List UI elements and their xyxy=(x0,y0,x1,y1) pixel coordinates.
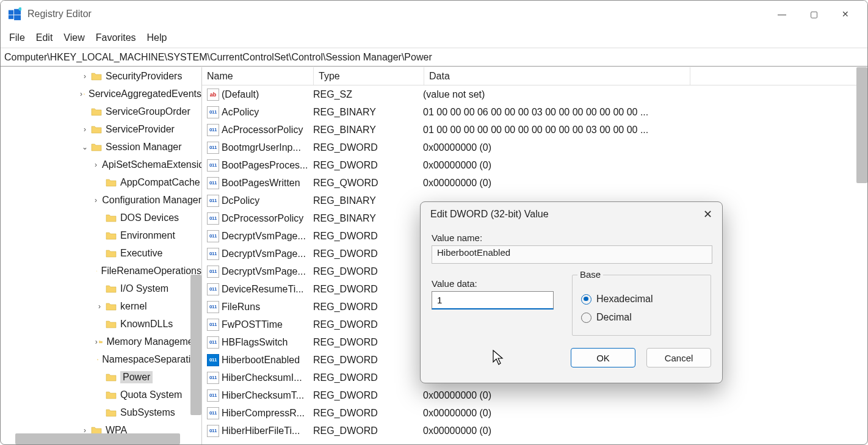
chevron-right-icon[interactable]: › xyxy=(95,161,97,169)
menu-favorites[interactable]: Favorites xyxy=(96,32,136,43)
value-name: BootPagesProces... xyxy=(222,160,313,171)
tree-item-label: WPA xyxy=(106,425,127,434)
chevron-right-icon[interactable]: › xyxy=(80,426,90,434)
tree-item[interactable]: NamespaceSeparation xyxy=(1,350,201,368)
tree-item[interactable]: ⌄Session Manager xyxy=(1,138,201,156)
ok-button[interactable]: OK xyxy=(571,348,635,367)
tree-item[interactable]: ›ServiceProvider xyxy=(1,120,201,138)
tree-item-label: NamespaceSeparation xyxy=(102,354,201,365)
value-type: REG_DWORD xyxy=(313,390,423,401)
menu-view[interactable]: View xyxy=(63,32,84,43)
chevron-right-icon[interactable]: › xyxy=(95,302,104,311)
value-row[interactable]: ab(Default)REG_SZ(value not set) xyxy=(202,85,867,103)
binary-value-icon: 011 xyxy=(207,266,219,278)
binary-value-icon: 011 xyxy=(207,301,219,313)
tree-item[interactable]: ›Memory Management xyxy=(1,333,201,350)
maximize-button[interactable]: ▢ xyxy=(806,9,821,19)
tree-item-label: Session Manager xyxy=(106,142,182,153)
tree-item[interactable]: I/O System xyxy=(1,280,201,297)
radio-hexadecimal[interactable]: Hexadecimal xyxy=(581,290,702,308)
value-type: REG_DWORD xyxy=(313,408,423,419)
tree-item[interactable]: ›ApiSetSchemaExtensions xyxy=(1,156,201,173)
value-row[interactable]: 011HiberHiberFileTi...REG_DWORD0x0000000… xyxy=(202,422,867,440)
tree-item[interactable]: ›WPA xyxy=(1,421,201,433)
menu-help[interactable]: Help xyxy=(147,32,167,43)
binary-value-icon: 011 xyxy=(207,159,219,172)
value-name: DeviceResumeTi... xyxy=(222,284,313,295)
value-type: REG_DWORD xyxy=(313,319,423,330)
window-controls: — ▢ ✕ xyxy=(775,9,863,19)
tree-item[interactable]: ›ServiceAggregatedEvents xyxy=(1,85,201,103)
value-type: REG_DWORD xyxy=(313,355,423,366)
radio-decimal[interactable]: Decimal xyxy=(581,308,702,327)
value-name: HBFlagsSwitch xyxy=(222,337,313,348)
value-name-field[interactable]: HiberbootEnabled xyxy=(432,245,712,264)
close-button[interactable]: ✕ xyxy=(838,9,853,19)
tree-item[interactable]: Power xyxy=(1,368,201,386)
binary-value-icon: 011 xyxy=(207,106,219,118)
dialog-close-button[interactable]: ✕ xyxy=(703,208,712,221)
value-row[interactable]: 011AcProcessorPolicyREG_BINARY01 00 00 0… xyxy=(202,121,867,139)
column-name[interactable]: Name xyxy=(202,71,313,82)
binary-value-icon: 011 xyxy=(207,319,219,331)
cancel-button[interactable]: Cancel xyxy=(646,348,711,367)
column-data[interactable]: Data xyxy=(424,71,690,82)
binary-value-icon: 011 xyxy=(207,142,219,154)
tree-item-label: Configuration Manager xyxy=(102,195,201,206)
tree-item[interactable]: Executive xyxy=(1,244,201,262)
value-row[interactable]: 011BootPagesProces...REG_DWORD0x00000000… xyxy=(202,156,867,174)
binary-value-icon: 011 xyxy=(207,283,219,295)
value-type: REG_DWORD xyxy=(313,372,423,383)
list-vertical-scrollbar[interactable] xyxy=(856,67,867,183)
tree-item-label: SecurityProviders xyxy=(106,71,182,82)
tree-item-label: DOS Devices xyxy=(120,212,179,223)
tree-item[interactable]: ›kernel xyxy=(1,297,201,315)
tree-item[interactable]: Environment xyxy=(1,226,201,244)
tree-item[interactable]: DOS Devices xyxy=(1,209,201,226)
tree-item[interactable]: FileRenameOperations xyxy=(1,262,201,280)
column-type[interactable]: Type xyxy=(314,71,424,82)
tree-item-label: FileRenameOperations xyxy=(101,266,201,277)
tree-item-label: Environment xyxy=(120,230,175,241)
value-data-label: Value data: xyxy=(432,278,557,289)
tree-item[interactable]: ›Configuration Manager xyxy=(1,191,201,209)
menu-file[interactable]: File xyxy=(9,32,25,43)
value-data-input[interactable] xyxy=(432,291,554,309)
chevron-right-icon[interactable]: › xyxy=(80,90,82,98)
tree-item[interactable]: Quota System xyxy=(1,386,201,403)
tree-item[interactable]: KnownDLLs xyxy=(1,315,201,333)
minimize-button[interactable]: — xyxy=(775,9,789,19)
value-row[interactable]: 011BootPagesWrittenREG_QWORD0x00000000 (… xyxy=(202,174,867,192)
value-type: REG_DWORD xyxy=(313,231,423,242)
tree-item-label: AppCompatCache xyxy=(120,177,200,188)
chevron-right-icon[interactable]: › xyxy=(95,196,97,204)
chevron-down-icon[interactable]: ⌄ xyxy=(80,143,90,151)
value-row[interactable]: 011BootmgrUserInp...REG_DWORD0x00000000 … xyxy=(202,139,867,156)
binary-value-icon: 011 xyxy=(207,354,219,366)
tree-item[interactable]: ›SecurityProviders xyxy=(1,67,201,85)
edit-dword-dialog: Edit DWORD (32-bit) Value ✕ Value name: … xyxy=(420,201,723,383)
tree-vertical-scrollbar[interactable] xyxy=(190,275,201,415)
tree-item-label: KnownDLLs xyxy=(120,319,173,330)
binary-value-icon: 011 xyxy=(207,248,219,260)
value-row[interactable]: 011HiberChecksumT...REG_DWORD0x00000000 … xyxy=(202,386,867,404)
chevron-right-icon[interactable]: › xyxy=(80,72,90,81)
value-type: REG_DWORD xyxy=(313,302,423,313)
value-row[interactable]: 011AcPolicyREG_BINARY01 00 00 00 06 00 0… xyxy=(202,103,867,121)
value-row[interactable]: 011HiberCompressR...REG_DWORD0x00000000 … xyxy=(202,404,867,422)
value-name: HiberCompressR... xyxy=(222,408,313,419)
value-type: REG_DWORD xyxy=(313,337,423,348)
value-data: 0x00000000 (0) xyxy=(423,178,867,189)
tree-horizontal-scrollbar[interactable] xyxy=(15,433,180,444)
menu-edit[interactable]: Edit xyxy=(36,32,53,43)
value-name: BootmgrUserInp... xyxy=(222,142,313,153)
address-bar[interactable]: Computer\HKEY_LOCAL_MACHINE\SYSTEM\Curre… xyxy=(1,48,867,67)
tree-item[interactable]: SubSystems xyxy=(1,403,201,421)
value-name: DecryptVsmPage... xyxy=(222,231,313,242)
tree-item[interactable]: AppCompatCache xyxy=(1,173,201,191)
base-legend: Base xyxy=(577,269,603,280)
chevron-right-icon[interactable]: › xyxy=(80,125,90,134)
chevron-right-icon[interactable]: › xyxy=(95,338,98,346)
tree-item[interactable]: ServiceGroupOrder xyxy=(1,103,201,120)
value-data: 0x00000000 (0) xyxy=(423,390,867,401)
